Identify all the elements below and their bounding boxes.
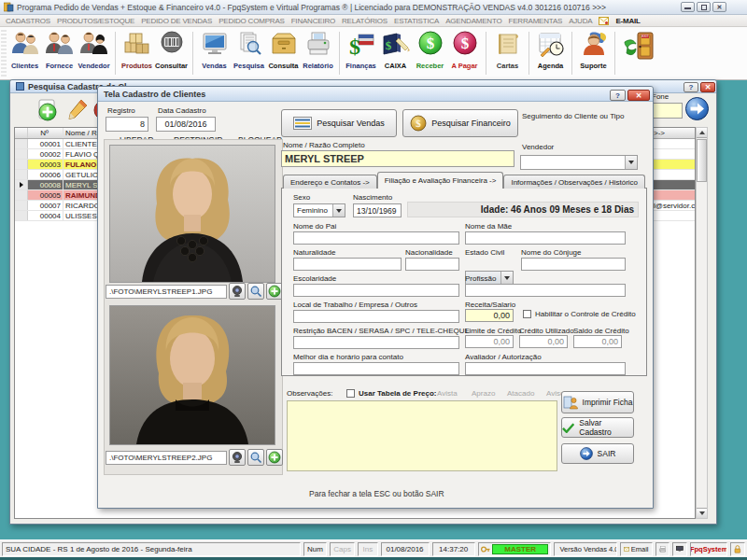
maximize-button[interactable] [697,2,711,12]
menu-produtos-estoque[interactable]: PRODUTOS/ESTOQUE [57,17,134,25]
dialog-close-button[interactable]: ✕ [627,90,650,101]
sexo-combo[interactable]: Feminino [293,203,345,217]
menu-pedido-vendas[interactable]: PEDIDO DE VENDAS [141,17,212,25]
menu-ferramentas[interactable]: FERRAMENTAS [509,17,563,25]
escolaridade-input[interactable] [293,284,459,297]
toolbar-vendedor[interactable]: Vendedor [77,27,111,79]
dialog-titlebar[interactable]: Tela Cadastro de Clientes [98,87,653,102]
toolbar-caixa[interactable]: $ CAIXA [378,27,413,79]
main-titlebar: Programa Pedido de Vendas + Estoque & Fi… [0,0,747,15]
toolbar-exit[interactable]: EXIT [619,27,660,79]
scroll-down-icon[interactable] [697,508,707,518]
toolbar-produtos[interactable]: Produtos [120,27,154,79]
toolbar-relatorio[interactable]: Relatório [301,27,335,79]
receita-field[interactable]: 0,00 [465,309,514,322]
photo1-zoom-button[interactable] [247,283,264,300]
usar-tabela-checkbox[interactable] [346,389,355,398]
close-button[interactable]: ✕ [712,2,726,12]
menu-ajuda[interactable]: AJUDA [569,17,592,25]
menu-estatistica[interactable]: ESTATISTICA [394,17,439,25]
grid-header-num[interactable]: Nº [28,128,63,138]
status-screen-panel[interactable] [672,542,687,556]
pay-icon: $ [449,29,481,61]
photo-1 [109,145,275,283]
pesquisar-vendas-button[interactable]: Pesquisar Vendas [281,109,397,137]
tab-endereco[interactable]: Endereço e Contatos -> [283,175,377,189]
printer-small-icon [659,545,667,553]
minimize-button[interactable] [681,2,695,12]
toolbar-financas[interactable]: $ Finanças [344,27,378,79]
pesquisar-financeiro-button[interactable]: $ Pesquisar Financeiro [402,109,518,137]
registro-field[interactable]: 8 [106,117,148,132]
menu-email[interactable]: E-MAIL [615,17,640,25]
naturalidade-input[interactable] [293,258,402,271]
scroll-up-icon[interactable] [697,128,707,138]
menu-cadastros[interactable]: CADASTROS [6,17,50,25]
profissao-input[interactable] [465,284,626,297]
dialog-help-button[interactable]: ? [610,90,626,101]
toolbar-suporte[interactable]: Suporte [576,27,611,79]
toolbar-clientes[interactable]: Clientes [7,27,42,79]
nome-field[interactable]: MERYL STREEP [281,150,514,167]
toolbar-agenda[interactable]: Agenda [533,27,568,79]
photo1-webcam-button[interactable] [229,283,246,300]
trabalho-input[interactable] [293,310,459,323]
photo2-add-button[interactable] [266,449,283,466]
toolbar-cartas[interactable]: Cartas [490,27,525,79]
melhor-dia-input[interactable] [293,362,459,375]
search-add-button[interactable] [35,97,61,123]
toolbar-vendas[interactable]: Vendas [197,27,232,79]
fone-search-button[interactable] [684,96,710,121]
status-email-panel[interactable]: Email [620,542,653,556]
add-photo-icon [268,285,281,298]
toolbar-consulta[interactable]: Consulta [266,27,301,79]
sair-button[interactable]: SAIR [561,443,634,464]
menu-pedido-compras[interactable]: PEDIDO COMPRAS [218,17,285,25]
search-close-button[interactable]: ✕ [700,82,715,92]
nacionalidade-input[interactable] [405,258,459,271]
search-edit-button[interactable] [64,97,91,123]
salvar-cadastro-label: Salvar Cadastro [579,418,633,437]
scroll-thumb[interactable] [697,139,707,182]
restricao-input[interactable] [293,336,459,349]
avaliador-label: Avaliador / Autorização [465,354,542,362]
toolbar-receber[interactable]: $ Receber [413,27,447,79]
nascimento-field[interactable]: 13/10/1969 [353,203,402,217]
seguimento-combo[interactable] [520,155,638,170]
tab-filiacao[interactable]: Filiação e Avaliação Financeira -> [377,172,504,189]
limite-field[interactable]: 0,00 [465,335,514,348]
habilitar-credito-checkbox[interactable] [523,310,531,318]
observacoes-textarea[interactable] [287,400,557,471]
photo-1-image [110,146,275,282]
chevron-down-icon[interactable] [625,156,637,169]
avaliador-input[interactable] [465,362,626,375]
chevron-down-icon[interactable] [332,204,345,217]
data-cadastro-field[interactable]: 01/08/2016 [156,117,216,132]
toolbar-consultar[interactable]: Consultar [154,27,189,79]
menu-financeiro[interactable]: FINANCEIRO [291,17,335,25]
search-help-button[interactable]: ? [684,82,698,92]
saldo-field[interactable]: 0,00 [573,335,622,348]
nome-mae-input[interactable] [465,231,626,245]
credito-utilizado-field[interactable]: 0,00 [519,335,568,348]
toolbar-separator [111,27,120,79]
grid-scrollbar[interactable] [696,127,708,519]
imprimir-ficha-button[interactable]: Imprimir Ficha [561,391,634,413]
toolbar-apagar[interactable]: $ A Pagar [447,27,482,79]
photo2-path-field[interactable]: .\FOTO\MERYLSTREEP2.JPG [106,451,227,465]
menu-relatorios[interactable]: RELATÓRIOS [342,17,388,25]
photo1-path-field[interactable]: .\FOTO\MERYLSTREEP1.JPG [106,285,227,299]
conjuge-input[interactable] [521,258,626,271]
toolbar-fornece[interactable]: Fornece [42,27,77,79]
photo2-zoom-button[interactable] [247,449,264,466]
status-print-panel[interactable] [655,542,670,556]
photo2-webcam-button[interactable] [229,449,246,466]
tab-informacoes[interactable]: Informações / Observações / Histórico [503,175,645,189]
toolbar-pesquisa[interactable]: Pesquisa [232,27,266,79]
menu-agendamento[interactable]: AGENDAMENTO [445,17,501,25]
dialog-title: Tela Cadastro de Clientes [104,90,205,99]
grid-header-right[interactable]: >-> [654,128,695,138]
nome-pai-input[interactable] [293,231,459,245]
salvar-cadastro-button[interactable]: Salvar Cadastro [561,417,634,438]
chevron-down-icon[interactable] [500,272,513,284]
